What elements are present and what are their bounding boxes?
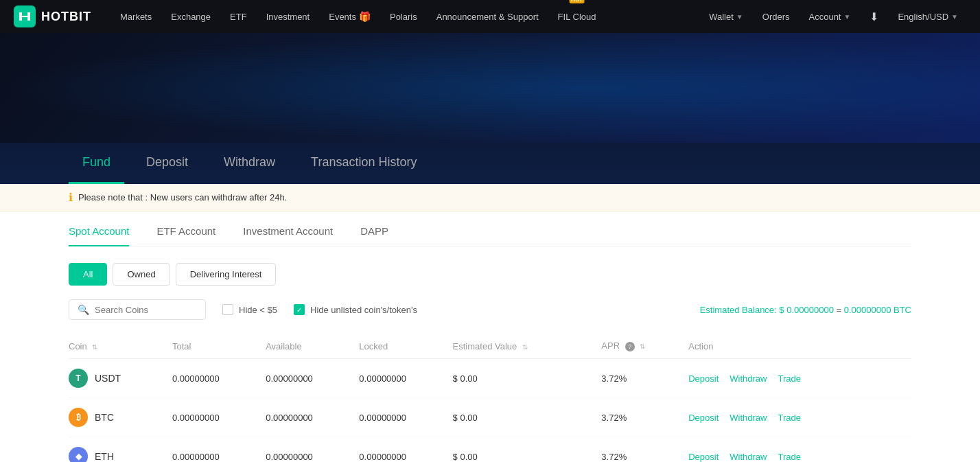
hide-small-checkbox-group[interactable]: Hide < $5 — [222, 304, 277, 315]
coin-logo-btc: ₿ — [69, 408, 88, 427]
apr-sort-icon[interactable]: ⇅ — [640, 343, 645, 350]
nav-polaris[interactable]: Polaris — [382, 0, 425, 33]
coin-name-usdt: USDT — [95, 373, 121, 384]
action-cell-btc: Deposit Withdraw Trade — [688, 398, 911, 437]
withdraw-btc[interactable]: Withdraw — [730, 413, 767, 423]
nav-exchange[interactable]: Exchange — [163, 0, 219, 33]
available-eth: 0.00000000 — [266, 437, 359, 463]
coin-name-eth: ETH — [95, 451, 114, 462]
col-total: Total — [172, 334, 266, 359]
nav-announcement[interactable]: Announcement & Support — [428, 0, 547, 33]
nav-wallet[interactable]: Wallet ▼ — [701, 0, 751, 33]
est-value-sort-icon[interactable]: ⇅ — [522, 343, 528, 351]
filter-all[interactable]: All — [69, 263, 107, 286]
hide-small-checkbox[interactable] — [222, 304, 233, 315]
available-btc: 0.00000000 — [266, 398, 359, 437]
account-tab-etf[interactable]: ETF Account — [156, 225, 215, 246]
available-usdt: 0.00000000 — [266, 359, 359, 398]
deposit-eth[interactable]: Deposit — [688, 452, 719, 462]
apr-usdt: 3.72% — [601, 359, 688, 398]
trade-usdt[interactable]: Trade — [778, 373, 801, 384]
account-tabs: Spot Account ETF Account Investment Acco… — [69, 225, 911, 246]
tab-deposit[interactable]: Deposit — [132, 143, 202, 184]
notice-icon: ℹ — [69, 191, 73, 204]
total-eth: 0.00000000 — [172, 437, 266, 463]
tab-transaction-history[interactable]: Transaction History — [297, 143, 430, 184]
deposit-usdt[interactable]: Deposit — [688, 373, 719, 384]
fund-tabs-section: Fund Deposit Withdraw Transaction Histor… — [0, 143, 980, 184]
coin-sort-icon[interactable]: ⇅ — [92, 343, 97, 351]
nav-orders[interactable]: Orders — [754, 0, 798, 33]
trade-eth[interactable]: Trade — [778, 452, 801, 462]
coin-cell-usdt: T USDT — [69, 359, 172, 398]
nav-events[interactable]: Events 🎁 — [320, 0, 379, 33]
hot-badge: HOT — [569, 0, 585, 3]
table-row: T USDT 0.00000000 0.00000000 0.00000000 … — [69, 359, 911, 398]
coin-cell-eth: ◆ ETH — [69, 437, 172, 463]
coin-table: Coin ⇅ Total Available Locked Estimated … — [69, 334, 911, 462]
apr-eth: 3.72% — [601, 437, 688, 463]
total-btc: 0.00000000 — [172, 398, 266, 437]
hide-unlisted-checkbox-group[interactable]: ✓ Hide unlisted coin's/token's — [294, 304, 417, 315]
nav-etf[interactable]: ETF — [222, 0, 255, 33]
apr-btc: 3.72% — [601, 398, 688, 437]
estimated-balance-usd: $ 0.00000000 — [779, 305, 834, 315]
logo[interactable]: HOTBIT — [14, 5, 91, 27]
coin-name-btc: BTC — [95, 412, 114, 423]
hide-small-label: Hide < $5 — [239, 305, 277, 315]
tab-withdraw[interactable]: Withdraw — [210, 143, 289, 184]
logo-text: HOTBIT — [41, 10, 91, 24]
hide-unlisted-checkbox[interactable]: ✓ — [294, 304, 305, 315]
locked-usdt: 0.00000000 — [359, 359, 452, 398]
action-cell-eth: Deposit Withdraw Trade — [688, 437, 911, 463]
hero-banner — [0, 33, 980, 143]
withdraw-usdt[interactable]: Withdraw — [730, 373, 767, 384]
est-value-eth: $ 0.00 — [453, 437, 602, 463]
nav-right: Wallet ▼ Orders Account ▼ ⬇ English/USD … — [701, 0, 966, 33]
deposit-btc[interactable]: Deposit — [688, 413, 719, 423]
locked-btc: 0.00000000 — [359, 398, 452, 437]
fund-tabs: Fund Deposit Withdraw Transaction Histor… — [69, 143, 911, 184]
nav-download[interactable]: ⬇ — [861, 0, 887, 33]
search-filter-row: 🔍 Hide < $5 ✓ Hide unlisted coin's/token… — [69, 299, 911, 320]
search-icon: 🔍 — [78, 304, 89, 315]
coin-logo-eth: ◆ — [69, 447, 88, 462]
filter-buttons: All Owned Delivering Interest — [69, 263, 911, 286]
col-est-value: Estimated Value ⇅ — [453, 334, 602, 359]
nav-language[interactable]: English/USD ▼ — [889, 0, 966, 33]
navbar: HOTBIT Markets Exchange ETF Investment E… — [0, 0, 980, 33]
withdraw-eth[interactable]: Withdraw — [730, 452, 767, 462]
table-row: ₿ BTC 0.00000000 0.00000000 0.00000000 $… — [69, 398, 911, 437]
account-tab-spot[interactable]: Spot Account — [69, 225, 129, 246]
notice-bar: ℹ Please note that : New users can withd… — [0, 184, 980, 211]
main-content: Spot Account ETF Account Investment Acco… — [0, 211, 980, 462]
trade-btc[interactable]: Trade — [778, 413, 801, 423]
nav-investment[interactable]: Investment — [258, 0, 318, 33]
estimated-balance-btc: 0.00000000 BTC — [844, 305, 911, 315]
col-coin: Coin ⇅ — [69, 334, 172, 359]
table-row: ◆ ETH 0.00000000 0.00000000 0.00000000 $… — [69, 437, 911, 463]
apr-question-icon[interactable]: ? — [625, 342, 635, 351]
account-tab-dapp[interactable]: DAPP — [360, 225, 388, 246]
coin-logo-usdt: T — [69, 369, 88, 388]
filter-owned[interactable]: Owned — [113, 263, 170, 286]
notice-text: Please note that : New users can withdra… — [78, 192, 287, 203]
nav-account[interactable]: Account ▼ — [801, 0, 859, 33]
total-usdt: 0.00000000 — [172, 359, 266, 398]
nav-links: Markets Exchange ETF Investment Events 🎁… — [112, 0, 701, 33]
search-input[interactable] — [95, 305, 197, 315]
estimated-balance: Estimated Balance: $ 0.00000000 = 0.0000… — [700, 305, 911, 315]
col-available: Available — [266, 334, 359, 359]
tab-fund[interactable]: Fund — [69, 143, 124, 184]
filter-delivering-interest[interactable]: Delivering Interest — [176, 263, 277, 286]
hide-unlisted-label: Hide unlisted coin's/token's — [310, 305, 417, 315]
search-box[interactable]: 🔍 — [69, 299, 206, 320]
locked-eth: 0.00000000 — [359, 437, 452, 463]
nav-filcloud[interactable]: FIL Cloud HOT — [550, 0, 605, 33]
account-tab-investment[interactable]: Investment Account — [243, 225, 333, 246]
coin-cell-btc: ₿ BTC — [69, 398, 172, 437]
col-action: Action — [688, 334, 911, 359]
action-cell-usdt: Deposit Withdraw Trade — [688, 359, 911, 398]
col-apr: APR ? ⇅ — [601, 334, 688, 359]
nav-markets[interactable]: Markets — [112, 0, 160, 33]
